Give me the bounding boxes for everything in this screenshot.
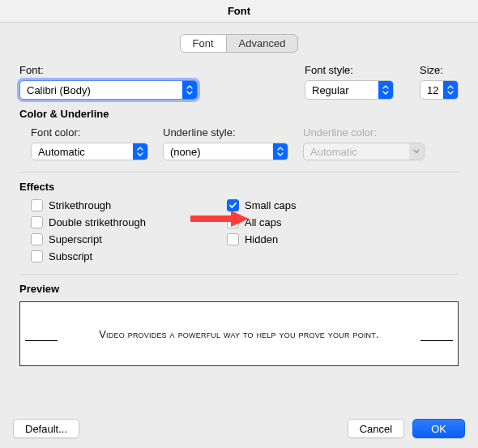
checkbox-strikethrough[interactable]: Strikethrough bbox=[31, 199, 146, 211]
checkbox-label: Hidden bbox=[245, 233, 278, 245]
divider bbox=[19, 274, 459, 275]
preview-heading: Preview bbox=[19, 283, 459, 295]
color-underline-heading: Color & Underline bbox=[19, 108, 459, 120]
checkbox-doublestrike[interactable]: Double strikethrough bbox=[31, 216, 146, 228]
checkbox-box bbox=[31, 250, 43, 262]
checkbox-box bbox=[227, 233, 239, 245]
window-title: Font bbox=[0, 0, 478, 23]
fontcolor-select-value: Automatic bbox=[38, 146, 85, 158]
tab-group: Font Advanced bbox=[180, 34, 299, 53]
checkbox-box bbox=[31, 216, 43, 228]
chevron-updown-icon bbox=[186, 85, 193, 95]
default-button[interactable]: Default... bbox=[13, 419, 79, 438]
chevron-updown-icon bbox=[447, 85, 454, 95]
checkbox-box bbox=[227, 199, 239, 211]
cancel-button-label: Cancel bbox=[360, 423, 392, 435]
fontstyle-select-button[interactable] bbox=[378, 81, 393, 99]
tab-advanced[interactable]: Advanced bbox=[226, 35, 298, 52]
checkbox-label: All caps bbox=[245, 216, 282, 228]
ok-button[interactable]: OK bbox=[412, 419, 465, 438]
fontstyle-select[interactable]: Regular bbox=[305, 80, 394, 100]
size-label: Size: bbox=[420, 64, 459, 76]
chevron-updown-icon bbox=[277, 147, 284, 156]
ok-button-label: OK bbox=[431, 423, 446, 435]
size-select-value: 12 bbox=[427, 84, 443, 96]
checkbox-box bbox=[31, 199, 43, 211]
fontstyle-label: Font style: bbox=[305, 64, 394, 76]
font-select-value: Calibri (Body) bbox=[27, 84, 182, 96]
fontcolor-select-button[interactable] bbox=[133, 143, 147, 160]
tab-advanced-label: Advanced bbox=[239, 37, 286, 49]
font-select-button[interactable] bbox=[182, 81, 197, 99]
tab-font[interactable]: Font bbox=[181, 35, 226, 52]
preview-text: Video provides a powerful way to help yo… bbox=[99, 328, 379, 340]
font-label: Font: bbox=[19, 64, 293, 76]
footer: Default... Cancel OK bbox=[0, 409, 478, 448]
checkbox-smallcaps[interactable]: Small caps bbox=[227, 199, 297, 211]
divider bbox=[19, 172, 459, 173]
tab-font-label: Font bbox=[193, 37, 214, 49]
checkbox-allcaps[interactable]: All caps bbox=[227, 216, 297, 228]
ucolor-select: Automatic bbox=[303, 143, 425, 160]
checkbox-label: Strikethrough bbox=[49, 199, 111, 211]
checkbox-hidden[interactable]: Hidden bbox=[227, 233, 297, 245]
default-button-label: Default... bbox=[25, 423, 67, 435]
chevron-down-icon bbox=[413, 149, 420, 154]
checkbox-subscript[interactable]: Subscript bbox=[31, 250, 146, 262]
checkbox-label: Double strikethrough bbox=[49, 216, 146, 228]
preview-baseline-left bbox=[25, 340, 58, 341]
size-select-button[interactable] bbox=[443, 81, 458, 99]
ucolor-select-button bbox=[409, 143, 424, 160]
fontcolor-label: Font color: bbox=[31, 126, 148, 139]
ustyle-select-button[interactable] bbox=[273, 143, 288, 160]
fontcolor-select[interactable]: Automatic bbox=[31, 143, 148, 160]
cancel-button[interactable]: Cancel bbox=[348, 419, 404, 438]
ustyle-select-value: (none) bbox=[170, 146, 201, 158]
font-select[interactable]: Calibri (Body) bbox=[19, 80, 198, 100]
ustyle-label: Underline style: bbox=[163, 126, 288, 139]
preview-baseline-right bbox=[420, 340, 453, 341]
ucolor-label: Underline color: bbox=[303, 126, 425, 139]
checkmark-icon bbox=[228, 201, 237, 210]
ustyle-select[interactable]: (none) bbox=[163, 143, 288, 160]
checkbox-label: Superscript bbox=[49, 233, 102, 245]
checkbox-superscript[interactable]: Superscript bbox=[31, 233, 146, 245]
chevron-updown-icon bbox=[382, 85, 389, 95]
preview-box: Video provides a powerful way to help yo… bbox=[19, 301, 459, 366]
checkbox-box bbox=[31, 233, 43, 245]
checkbox-box bbox=[227, 216, 239, 228]
checkbox-label: Subscript bbox=[49, 250, 92, 262]
ucolor-select-value: Automatic bbox=[310, 146, 357, 158]
tab-bar: Font Advanced bbox=[0, 34, 478, 53]
checkbox-label: Small caps bbox=[245, 199, 297, 211]
effects-section: Strikethrough Double strikethrough Super… bbox=[19, 199, 459, 262]
effects-heading: Effects bbox=[19, 181, 459, 193]
fontstyle-select-value: Regular bbox=[312, 84, 378, 96]
window-title-text: Font bbox=[228, 5, 250, 17]
chevron-updown-icon bbox=[137, 147, 143, 156]
size-select[interactable]: 12 bbox=[420, 80, 459, 100]
